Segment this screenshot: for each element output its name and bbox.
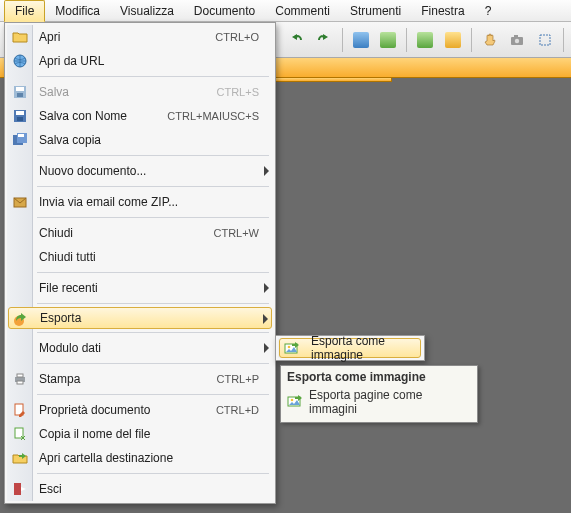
svg-rect-13 [18, 134, 24, 137]
menu-separator [37, 473, 269, 474]
menu-label: Apri cartella destinazione [39, 451, 259, 465]
exit-icon [12, 481, 28, 497]
menu-label: Stampa [39, 372, 217, 386]
menu-label: Apri [39, 30, 215, 44]
open-folder-icon [12, 29, 28, 45]
menu-label: Esporta [40, 311, 258, 325]
menu-separator [37, 332, 269, 333]
select-icon [537, 32, 553, 48]
menubar-item-modifica[interactable]: Modifica [45, 0, 110, 21]
doc-icon [353, 32, 369, 48]
menu-label: Salva [39, 85, 217, 99]
menubar-item-commenti[interactable]: Commenti [265, 0, 340, 21]
page-add-icon [417, 32, 433, 48]
menu-separator [37, 272, 269, 273]
menubar-item-help[interactable]: ? [475, 0, 502, 21]
toolbar-redo-button[interactable] [311, 27, 337, 53]
menu-accel: CTRL+P [217, 373, 260, 385]
tooltip-title: Esporta come immagine [287, 370, 471, 384]
submenu-arrow-icon [263, 314, 268, 324]
file-menu: Apri CTRL+O Apri da URL Salva CTRL+S Sal… [4, 22, 276, 504]
file-menu-save: Salva CTRL+S [7, 80, 273, 104]
file-menu-save-as[interactable]: Salva con Nome CTRL+MAIUSC+S [7, 104, 273, 128]
menu-label: Salva con Nome [39, 109, 167, 123]
undo-icon [288, 32, 304, 48]
file-menu-save-copy[interactable]: Salva copia [7, 128, 273, 152]
redo-icon [316, 32, 332, 48]
file-menu-close[interactable]: Chiudi CTRL+W [7, 221, 273, 245]
menubar-item-finestra[interactable]: Finestra [411, 0, 474, 21]
file-menu-open-url[interactable]: Apri da URL [7, 49, 273, 73]
file-menu-data-module[interactable]: Modulo dati [7, 336, 273, 360]
menu-label: File recenti [39, 281, 259, 295]
toolbar-button-c[interactable] [412, 27, 438, 53]
menu-label: Apri da URL [39, 54, 259, 68]
menubar-item-file[interactable]: File [4, 0, 45, 22]
tooltip-body: Esporta pagine come immagini [287, 388, 471, 416]
toolbar-button-a[interactable] [348, 27, 374, 53]
menubar-item-documento[interactable]: Documento [184, 0, 265, 21]
export-image-icon [287, 394, 303, 410]
svg-rect-2 [514, 35, 518, 37]
hand-icon [482, 32, 498, 48]
tooltip: Esporta come immagine Esporta pagine com… [280, 365, 478, 423]
file-menu-email-zip[interactable]: Invia via email come ZIP... [7, 190, 273, 214]
toolbar-separator [471, 28, 472, 52]
save-copy-icon [12, 132, 28, 148]
toolbar-button-d[interactable] [440, 27, 466, 53]
submenu-arrow-icon [264, 343, 269, 353]
file-menu-open-destination-folder[interactable]: Apri cartella destinazione [7, 446, 273, 470]
file-menu-new-document[interactable]: Nuovo documento... [7, 159, 273, 183]
properties-icon [12, 402, 28, 418]
menu-separator [37, 303, 269, 304]
zip-mail-icon [12, 194, 28, 210]
toolbar-select-button[interactable] [532, 27, 558, 53]
globe-icon [12, 53, 28, 69]
menu-label: Proprietà documento [39, 403, 216, 417]
toolbar-hand-button[interactable] [477, 27, 503, 53]
svg-rect-7 [17, 93, 23, 97]
file-menu-exit[interactable]: Esci [7, 477, 273, 501]
svg-rect-10 [17, 117, 23, 121]
svg-rect-17 [17, 374, 23, 377]
file-menu-print[interactable]: Stampa CTRL+P [7, 367, 273, 391]
svg-rect-9 [16, 111, 24, 115]
menu-accel: CTRL+W [213, 227, 259, 239]
svg-rect-21 [14, 483, 21, 495]
file-menu-open[interactable]: Apri CTRL+O [7, 25, 273, 49]
menubar: File Modifica Visualizza Documento Comme… [0, 0, 571, 22]
file-menu-close-all[interactable]: Chiudi tutti [7, 245, 273, 269]
toolbar-separator [406, 28, 407, 52]
toolbar-snapshot-button[interactable] [505, 27, 531, 53]
copy-name-icon [12, 426, 28, 442]
file-menu-copy-filename[interactable]: Copia il nome del file [7, 422, 273, 446]
svg-point-25 [291, 399, 294, 402]
menu-separator [37, 76, 269, 77]
svg-rect-3 [540, 35, 550, 45]
menu-label: Esci [39, 482, 259, 496]
svg-rect-18 [17, 381, 23, 384]
menubar-item-visualizza[interactable]: Visualizza [110, 0, 184, 21]
menu-accel: CTRL+D [216, 404, 259, 416]
menu-label: Chiudi [39, 226, 213, 240]
menu-accel: CTRL+S [217, 86, 260, 98]
page-icon [445, 32, 461, 48]
svg-point-23 [288, 346, 291, 349]
menu-separator [37, 394, 269, 395]
toolbar-undo-button[interactable] [283, 27, 309, 53]
menu-label: Esporta come immagine [311, 334, 410, 362]
submenu-arrow-icon [264, 283, 269, 293]
export-submenu-as-image[interactable]: Esporta come immagine [279, 338, 421, 358]
export-icon [13, 311, 29, 327]
file-menu-doc-properties[interactable]: Proprietà documento CTRL+D [7, 398, 273, 422]
menu-separator [37, 155, 269, 156]
camera-icon [509, 32, 525, 48]
menu-label: Chiudi tutti [39, 250, 259, 264]
menu-accel: CTRL+MAIUSC+S [167, 110, 259, 122]
file-menu-recent[interactable]: File recenti [7, 276, 273, 300]
file-menu-export[interactable]: Esporta [8, 307, 272, 329]
menu-label: Nuovo documento... [39, 164, 259, 178]
svg-point-1 [515, 38, 519, 42]
menubar-item-strumenti[interactable]: Strumenti [340, 0, 411, 21]
toolbar-button-b[interactable] [375, 27, 401, 53]
